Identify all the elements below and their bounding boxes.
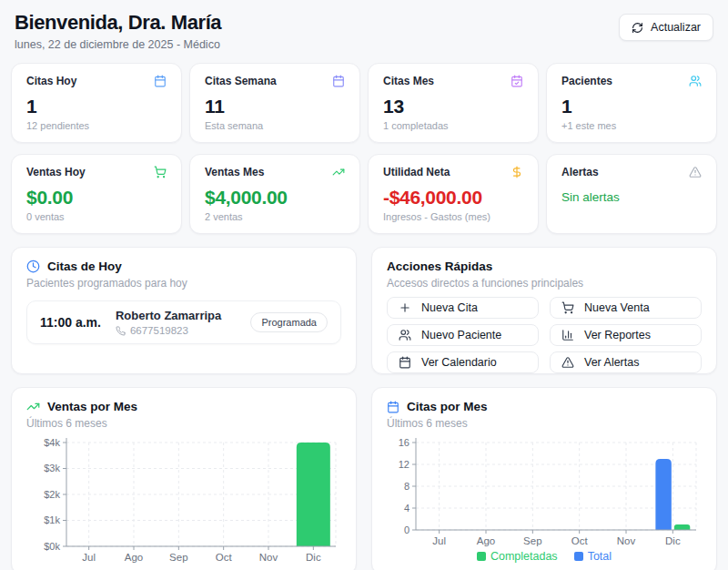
page-header: Bienvenida, Dra. María lunes, 22 de dici…: [11, 9, 717, 51]
y-tick-label: 4: [404, 503, 410, 514]
shopping-cart-icon: [561, 301, 574, 314]
appointment-patient: Roberto Zamarripa 6677519823: [116, 309, 221, 336]
appointments-title: Citas de Hoy: [47, 260, 122, 273]
appointments-chart-subtitle: Últimos 6 meses: [387, 417, 702, 430]
quick-actions-subtitle: Accesos directos a funciones principales: [387, 277, 702, 290]
appointment-phone-row: 6677519823: [116, 325, 221, 336]
stat-value: -$46,000.00: [383, 187, 523, 209]
stat-sub: 1 completadas: [383, 120, 523, 131]
appointment-time: 11:00 a.m.: [40, 315, 101, 330]
quick-actions-grid: Nueva Cita Nueva Venta Nuevo Paciente Ve…: [387, 297, 702, 373]
stat-label: Alertas: [561, 166, 599, 178]
y-tick-label: $2k: [44, 489, 60, 500]
stat-label: Citas Hoy: [26, 75, 76, 87]
refresh-button[interactable]: Actualizar: [619, 14, 713, 41]
stat-card-ventas-hoy: Ventas Hoy $0.00 0 ventas: [11, 154, 182, 234]
chart-legend: CompletadasTotal: [387, 550, 702, 563]
legend-item-total: Total: [574, 550, 612, 563]
legend-label: Total: [588, 550, 612, 563]
stat-label: Utilidad Neta: [383, 166, 450, 178]
users-icon: [689, 75, 702, 87]
y-tick-label: $1k: [44, 514, 60, 525]
y-tick-label: 0: [404, 524, 410, 535]
appointment-status-badge: Programada: [250, 312, 328, 332]
stat-label: Citas Mes: [383, 75, 434, 87]
clock-icon: [26, 260, 40, 273]
appointments-by-month-card: Citas por Mes Últimos 6 meses 0481216Jul…: [371, 387, 717, 570]
refresh-icon: [632, 22, 643, 34]
trending-up-icon: [26, 400, 40, 413]
alert-triangle-icon: [561, 356, 574, 369]
stat-sub: 12 pendientes: [26, 120, 167, 131]
new-patient-button[interactable]: Nuevo Paciente: [387, 324, 539, 346]
stat-value: 1: [561, 96, 702, 117]
appointment-item[interactable]: 11:00 a.m. Roberto Zamarripa 6677519823 …: [26, 300, 341, 344]
sales-chart-title: Ventas por Mes: [47, 400, 137, 413]
sales-chart-subtitle: Últimos 6 meses: [26, 417, 341, 430]
stat-card-citas-semana: Citas Semana 11 Esta semana: [189, 63, 360, 143]
stat-sub: Esta semana: [205, 120, 345, 131]
refresh-button-label: Actualizar: [651, 21, 701, 34]
x-tick-label: Ago: [125, 552, 143, 563]
appointments-title-row: Citas de Hoy: [26, 260, 341, 273]
users-icon: [399, 329, 411, 341]
stat-card-utilidad-neta: Utilidad Neta -$46,000.00 Ingresos - Gas…: [368, 154, 539, 234]
dashboard-page: Bienvenida, Dra. María lunes, 22 de dici…: [11, 9, 717, 570]
x-tick-label: Sep: [523, 535, 541, 546]
stat-value: Sin alertas: [561, 190, 702, 204]
appointments-by-month-chart: 0481216JulAgoSepOctNovDic: [387, 435, 702, 548]
stat-sub: +1 este mes: [561, 120, 702, 131]
stat-sub: 0 ventas: [26, 211, 167, 222]
x-tick-label: Nov: [259, 552, 278, 563]
todays-appointments-card: Citas de Hoy Pacientes programados para …: [11, 247, 357, 374]
trending-up-icon: [332, 166, 345, 178]
phone-icon: [116, 326, 126, 336]
stat-card-pacientes: Pacientes 1 +1 este mes: [546, 63, 717, 143]
stat-sub: 2 ventas: [205, 211, 345, 222]
appointment-patient-name: Roberto Zamarripa: [116, 309, 221, 322]
action-label: Ver Alertas: [584, 356, 639, 369]
legend-swatch: [477, 552, 486, 561]
x-tick-label: Oct: [571, 535, 589, 546]
calendar-icon: [399, 356, 411, 369]
x-tick-label: Ago: [477, 535, 495, 546]
stat-value: $4,000.00: [205, 187, 345, 209]
stat-value: 13: [383, 96, 523, 117]
appointments-subtitle: Pacientes programados para hoy: [26, 277, 341, 290]
stat-label: Pacientes: [561, 75, 612, 87]
bar-Dic-Total: [655, 459, 671, 530]
stat-card-citas-mes: Citas Mes 13 1 completadas: [368, 63, 539, 143]
action-label: Nueva Venta: [584, 301, 650, 314]
new-sale-button[interactable]: Nueva Venta: [550, 297, 702, 319]
dollar-icon: [511, 166, 523, 178]
legend-label: Completadas: [490, 550, 558, 563]
action-label: Ver Calendario: [421, 356, 497, 369]
legend-swatch: [574, 552, 583, 561]
calendar-check-icon: [511, 75, 523, 87]
x-tick-label: Nov: [617, 535, 636, 546]
stats-grid: Citas Hoy 1 12 pendientes Citas Semana 1…: [11, 63, 717, 234]
view-reports-button[interactable]: Ver Reportes: [550, 324, 702, 346]
bar-chart-icon: [561, 329, 574, 341]
stat-value: 11: [205, 96, 345, 117]
view-alerts-button[interactable]: Ver Alertas: [550, 351, 702, 373]
appointment-phone-number: 6677519823: [130, 325, 188, 336]
view-calendar-button[interactable]: Ver Calendario: [387, 351, 539, 373]
quick-actions-card: Acciones Rápidas Accesos directos a func…: [371, 247, 717, 374]
y-tick-label: 12: [399, 459, 410, 470]
stat-sub: Ingresos - Gastos (mes): [383, 211, 523, 222]
x-tick-label: Jul: [82, 552, 96, 563]
bar-Dic-Completadas: [674, 524, 690, 530]
charts-row: Ventas por Mes Últimos 6 meses $0k$1k$2k…: [11, 387, 717, 570]
stat-value: $0.00: [26, 187, 167, 209]
y-tick-label: $4k: [44, 437, 60, 448]
calendar-icon: [387, 401, 399, 413]
stat-label: Citas Semana: [205, 75, 277, 87]
x-tick-label: Oct: [216, 552, 233, 563]
stat-card-ventas-mes: Ventas Mes $4,000.00 2 ventas: [189, 154, 360, 234]
sales-by-month-chart: $0k$1k$2k$3k$4kJulAgoSepOctNovDic: [26, 435, 341, 565]
x-tick-label: Jul: [432, 535, 446, 546]
stat-value: 1: [26, 96, 167, 117]
new-appointment-button[interactable]: Nueva Cita: [387, 297, 539, 319]
y-tick-label: $0k: [44, 541, 60, 552]
